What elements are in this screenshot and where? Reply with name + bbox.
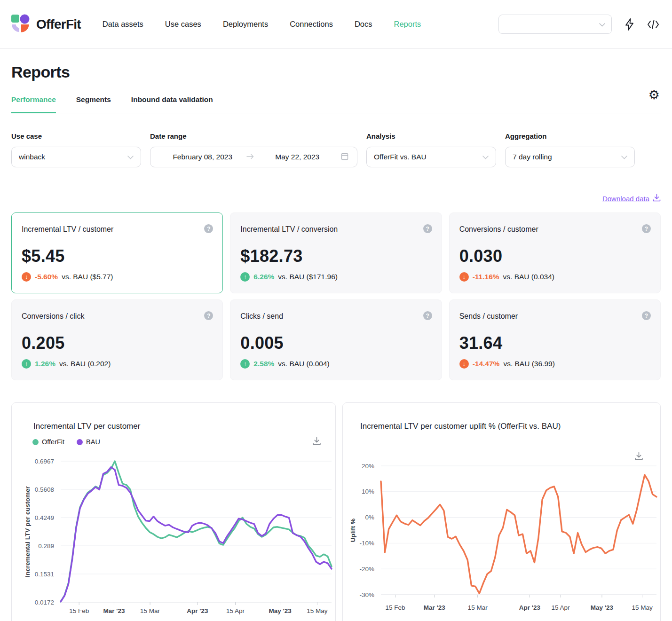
metric-value: 0.205: [22, 333, 212, 353]
analysis-filter: Analysis OfferFit vs. BAU: [366, 132, 496, 167]
delta-baseline: vs. BAU (0.004): [278, 360, 329, 368]
download-icon[interactable]: [653, 194, 661, 204]
brand[interactable]: OfferFit: [10, 14, 81, 35]
tab-performance[interactable]: Performance: [11, 93, 56, 113]
nav-reports[interactable]: Reports: [394, 20, 421, 29]
date-range-filter: Date range February 08, 2023 May 22, 202…: [150, 132, 357, 167]
svg-text:0.289: 0.289: [38, 542, 54, 550]
svg-text:-20%: -20%: [359, 566, 374, 573]
date-range-picker[interactable]: February 08, 2023 May 22, 2023: [150, 147, 357, 167]
svg-text:15 Feb: 15 Feb: [385, 604, 405, 611]
metric-delta: ↑ 6.26% vs. BAU ($171.96): [240, 272, 431, 282]
help-icon[interactable]: ?: [423, 224, 432, 233]
svg-text:Apr '23: Apr '23: [187, 607, 208, 614]
metric-title: Clicks / send: [240, 312, 431, 321]
svg-text:Mar '23: Mar '23: [103, 607, 125, 614]
charts-row: Incremental LTV per customer OfferFitBAU…: [11, 402, 661, 621]
metric-cards-grid: Incremental LTV / customer ? $5.45 ↓ -5.…: [11, 212, 661, 380]
uplift-chart-card: Incremental LTV per customer uplift % (O…: [342, 402, 661, 621]
svg-text:0.6967: 0.6967: [35, 458, 54, 465]
lightning-icon[interactable]: [623, 18, 636, 31]
metric-title: Conversions / customer: [459, 225, 650, 234]
analysis-select[interactable]: OfferFit vs. BAU: [366, 147, 496, 167]
svg-text:0%: 0%: [365, 514, 374, 521]
svg-text:Mar '23: Mar '23: [424, 604, 445, 611]
aggregation-label: Aggregation: [505, 132, 635, 140]
svg-text:15 Mar: 15 Mar: [468, 604, 488, 611]
metric-delta: ↓ -14.47% vs. BAU (36.99): [459, 359, 650, 369]
metric-delta: ↑ 1.26% vs. BAU (0.202): [22, 359, 212, 369]
page-title: Reports: [11, 63, 661, 81]
help-icon[interactable]: ?: [423, 311, 432, 320]
use-case-filter: Use case winback: [11, 132, 141, 167]
aggregation-select[interactable]: 7 day rolling: [505, 147, 635, 167]
svg-text:15 May: 15 May: [307, 607, 328, 614]
nav-use-cases[interactable]: Use cases: [165, 20, 201, 29]
delta-baseline: vs. BAU ($5.77): [62, 273, 113, 281]
legend-item-bau[interactable]: BAU: [77, 438, 100, 446]
legend-label: OfferFit: [42, 438, 64, 446]
svg-text:15 Mar: 15 Mar: [140, 607, 160, 614]
chevron-down-icon: [482, 153, 489, 161]
date-start-value[interactable]: February 08, 2023: [159, 153, 246, 161]
svg-text:Uplift %: Uplift %: [349, 519, 356, 542]
metric-delta: ↑ 2.58% vs. BAU (0.004): [240, 359, 431, 369]
metric-value: $5.45: [22, 246, 212, 266]
help-icon[interactable]: ?: [642, 311, 651, 320]
metric-card-clicks-send[interactable]: Clicks / send ? 0.005 ↑ 2.58% vs. BAU (0…: [230, 299, 442, 380]
aggregation-value: 7 day rolling: [513, 153, 621, 161]
use-case-value: winback: [19, 153, 127, 161]
metric-card-incremental-ltv-conversion[interactable]: Incremental LTV / conversion ? $182.73 ↑…: [230, 212, 442, 293]
filters-row: Use case winback Date range February 08,…: [11, 132, 661, 167]
nav-docs[interactable]: Docs: [355, 20, 372, 29]
svg-text:May '23: May '23: [269, 607, 292, 614]
date-range-label: Date range: [150, 132, 357, 140]
delta-percent: 1.26%: [35, 360, 55, 368]
download-data-link[interactable]: Download data: [602, 195, 649, 203]
use-case-select[interactable]: winback: [11, 147, 141, 167]
delta-arrow-icon: ↑: [240, 272, 250, 282]
nav-connections[interactable]: Connections: [290, 20, 333, 29]
analysis-label: Analysis: [366, 132, 496, 140]
date-end-value[interactable]: May 22, 2023: [254, 153, 341, 161]
delta-baseline: vs. BAU (0.202): [59, 360, 111, 368]
svg-text:0.5608: 0.5608: [35, 486, 54, 493]
main-nav: Data assets Use cases Deployments Connec…: [103, 20, 421, 29]
svg-text:15 Feb: 15 Feb: [69, 607, 89, 614]
chart-title: Incremental LTV per customer: [33, 403, 335, 431]
settings-gear-icon[interactable]: ⚙: [648, 89, 660, 102]
svg-text:15 Apr: 15 Apr: [552, 604, 570, 611]
chart-download-icon[interactable]: [312, 437, 321, 447]
legend-item-offerfit[interactable]: OfferFit: [32, 438, 64, 446]
metric-card-conversions-click[interactable]: Conversions / click ? 0.205 ↑ 1.26% vs. …: [11, 299, 223, 380]
code-icon[interactable]: [647, 18, 660, 31]
tab-inbound-data-validation[interactable]: Inbound data validation: [131, 93, 213, 113]
workspace-select[interactable]: [498, 15, 612, 34]
svg-text:Apr '23: Apr '23: [519, 604, 541, 611]
tab-segments[interactable]: Segments: [76, 93, 111, 113]
delta-baseline: vs. BAU (36.99): [503, 360, 554, 368]
help-icon[interactable]: ?: [642, 224, 651, 233]
delta-arrow-icon: ↑: [22, 359, 31, 369]
svg-text:-30%: -30%: [359, 591, 374, 598]
metric-card-sends-customer[interactable]: Sends / customer ? 31.64 ↓ -14.47% vs. B…: [449, 299, 661, 380]
svg-text:10%: 10%: [362, 488, 374, 495]
topbar-right: [498, 15, 660, 34]
legend-dot-icon: [77, 439, 83, 445]
nav-data-assets[interactable]: Data assets: [103, 20, 143, 29]
delta-percent: 6.26%: [253, 273, 274, 281]
metric-card-conversions-customer[interactable]: Conversions / customer ? 0.030 ↓ -11.16%…: [449, 212, 661, 293]
delta-percent: -11.16%: [473, 273, 499, 281]
delta-arrow-icon: ↑: [240, 359, 250, 369]
arrow-right-icon: [246, 153, 254, 161]
nav-deployments[interactable]: Deployments: [223, 20, 268, 29]
metric-delta: ↓ -5.60% vs. BAU ($5.77): [22, 272, 212, 282]
calendar-icon: [341, 152, 348, 162]
metric-card-incremental-ltv-customer[interactable]: Incremental LTV / customer ? $5.45 ↓ -5.…: [11, 212, 223, 293]
delta-percent: 2.58%: [253, 360, 274, 368]
delta-arrow-icon: ↓: [459, 359, 469, 369]
ltv-per-customer-chart-card: Incremental LTV per customer OfferFitBAU…: [11, 402, 336, 621]
ltv-chart-plot: 0.69670.56080.42490.2890.15310.017215 Fe…: [12, 450, 336, 619]
metric-title: Conversions / click: [22, 312, 212, 321]
metric-value: 0.005: [240, 333, 431, 353]
